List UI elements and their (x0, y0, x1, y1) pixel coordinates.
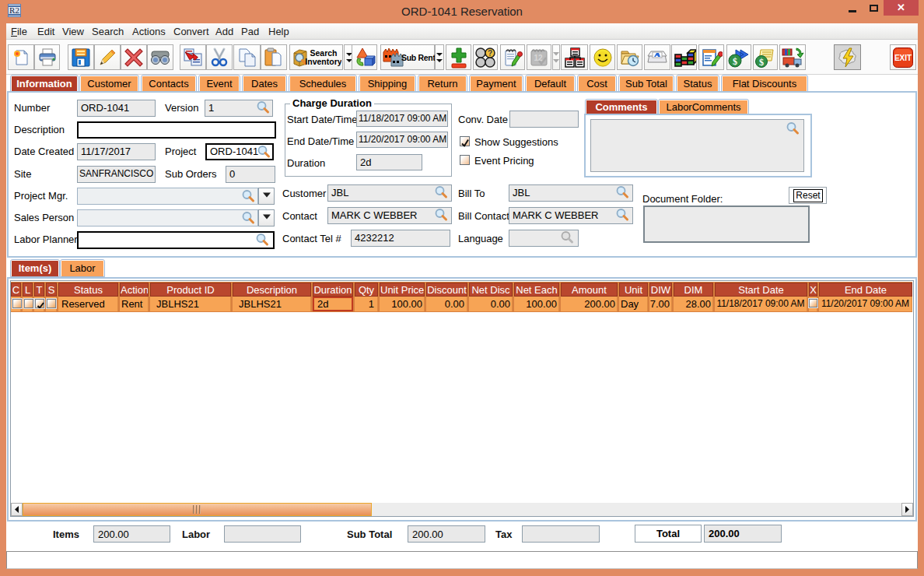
svg-text:?: ? (488, 49, 492, 58)
svg-text:Sub Rent: Sub Rent (401, 53, 436, 62)
svg-text:12: 12 (534, 54, 543, 62)
svg-text:EXIT: EXIT (894, 54, 912, 62)
svg-text:$: $ (733, 55, 737, 66)
svg-text:Inventory: Inventory (305, 57, 341, 66)
svg-text:$: $ (759, 56, 764, 67)
